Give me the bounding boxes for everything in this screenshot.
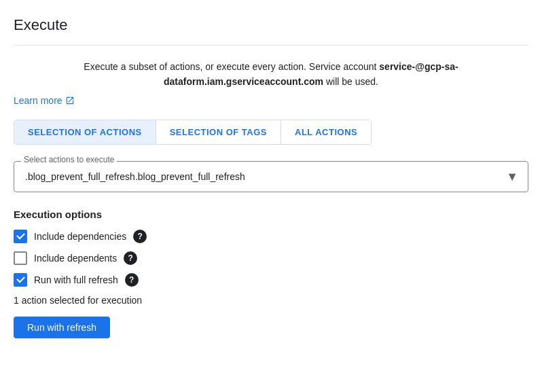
tabs-container: SELECTION OF ACTIONS SELECTION OF TAGS A… bbox=[14, 120, 372, 145]
tab-selection-of-tags[interactable]: SELECTION OF TAGS bbox=[156, 120, 281, 144]
external-link-icon bbox=[65, 96, 75, 105]
run-with-full-refresh-row: Run with full refresh ? bbox=[14, 273, 528, 287]
run-with-full-refresh-checkbox[interactable] bbox=[14, 273, 27, 287]
include-dependencies-help-icon[interactable]: ? bbox=[133, 230, 147, 243]
dropdown-label: Select actions to execute bbox=[21, 155, 117, 164]
footer-text: 1 action selected for execution bbox=[14, 295, 528, 306]
include-dependencies-row: Include dependencies ? bbox=[14, 230, 528, 243]
description-text: Execute a subset of actions, or execute … bbox=[14, 59, 528, 90]
include-dependents-label: Include dependents bbox=[34, 253, 117, 264]
include-dependents-help-icon[interactable]: ? bbox=[124, 251, 137, 265]
divider bbox=[14, 45, 528, 46]
description-text1: Execute a subset of actions, or execute … bbox=[84, 61, 379, 72]
page-title: Execute bbox=[14, 16, 528, 34]
run-with-full-refresh-label: Run with full refresh bbox=[34, 274, 118, 285]
execution-options-title: Execution options bbox=[14, 209, 528, 220]
include-dependents-row: Include dependents ? bbox=[14, 251, 528, 265]
run-with-full-refresh-help-icon[interactable]: ? bbox=[125, 273, 139, 287]
actions-dropdown[interactable]: .blog_prevent_full_refresh.blog_prevent_… bbox=[14, 162, 528, 192]
include-dependencies-checkbox[interactable] bbox=[14, 230, 27, 243]
run-with-refresh-button[interactable]: Run with refresh bbox=[14, 317, 110, 338]
tab-selection-of-actions[interactable]: SELECTION OF ACTIONS bbox=[14, 120, 156, 144]
include-dependencies-label: Include dependencies bbox=[34, 231, 126, 242]
tab-all-actions[interactable]: ALL ACTIONS bbox=[281, 120, 371, 144]
execution-options-section: Execution options Include dependencies ?… bbox=[14, 209, 528, 287]
include-dependents-checkbox[interactable] bbox=[14, 251, 27, 265]
description-text2: will be used. bbox=[323, 76, 378, 87]
learn-more-label: Learn more bbox=[14, 95, 62, 106]
learn-more-link[interactable]: Learn more bbox=[14, 95, 75, 106]
actions-dropdown-group: Select actions to execute .blog_prevent_… bbox=[14, 161, 528, 192]
